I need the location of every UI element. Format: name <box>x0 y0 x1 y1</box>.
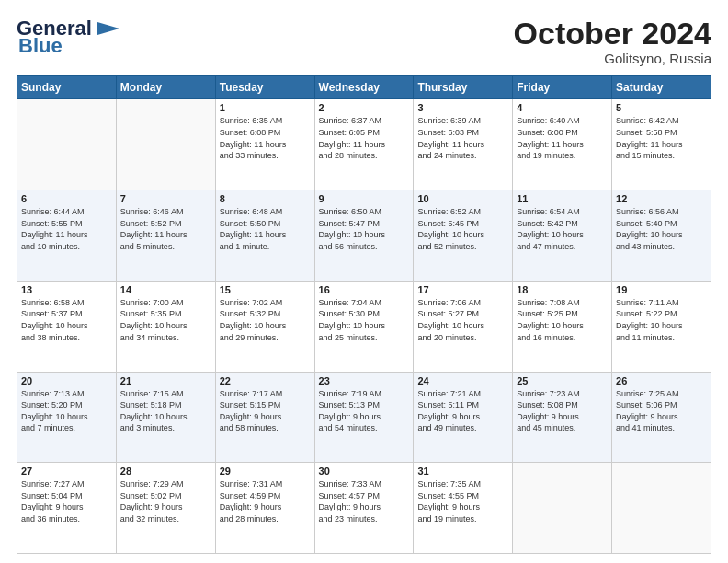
day-number: 10 <box>417 193 508 204</box>
day-detail: Sunrise: 7:21 AM Sunset: 5:11 PM Dayligh… <box>417 388 508 434</box>
day-detail: Sunrise: 7:35 AM Sunset: 4:55 PM Dayligh… <box>417 478 508 524</box>
day-number: 9 <box>319 193 410 204</box>
calendar-cell <box>17 99 117 190</box>
calendar-cell: 6Sunrise: 6:44 AM Sunset: 5:55 PM Daylig… <box>17 190 117 282</box>
calendar-cell: 25Sunrise: 7:23 AM Sunset: 5:08 PM Dayli… <box>513 372 612 463</box>
calendar-cell: 20Sunrise: 7:13 AM Sunset: 5:20 PM Dayli… <box>17 372 117 463</box>
calendar-cell: 16Sunrise: 7:04 AM Sunset: 5:30 PM Dayli… <box>314 281 414 372</box>
day-detail: Sunrise: 6:39 AM Sunset: 6:03 PM Dayligh… <box>417 115 508 161</box>
calendar-cell: 9Sunrise: 6:50 AM Sunset: 5:47 PM Daylig… <box>314 190 414 282</box>
day-number: 24 <box>417 375 508 386</box>
day-number: 18 <box>517 284 608 295</box>
calendar-cell: 28Sunrise: 7:29 AM Sunset: 5:02 PM Dayli… <box>116 463 215 554</box>
day-number: 17 <box>417 284 508 295</box>
calendar-cell: 13Sunrise: 6:58 AM Sunset: 5:37 PM Dayli… <box>17 281 117 372</box>
day-number: 21 <box>120 375 211 386</box>
day-number: 29 <box>220 465 311 477</box>
day-detail: Sunrise: 7:11 AM Sunset: 5:22 PM Dayligh… <box>616 297 707 343</box>
day-detail: Sunrise: 7:31 AM Sunset: 4:59 PM Dayligh… <box>220 478 311 524</box>
day-detail: Sunrise: 6:52 AM Sunset: 5:45 PM Dayligh… <box>417 206 508 252</box>
day-detail: Sunrise: 7:08 AM Sunset: 5:25 PM Dayligh… <box>517 297 608 343</box>
day-detail: Sunrise: 7:25 AM Sunset: 5:06 PM Dayligh… <box>616 388 707 434</box>
day-detail: Sunrise: 7:33 AM Sunset: 4:57 PM Dayligh… <box>319 478 410 524</box>
day-detail: Sunrise: 7:17 AM Sunset: 5:15 PM Dayligh… <box>220 388 311 434</box>
day-detail: Sunrise: 6:40 AM Sunset: 6:00 PM Dayligh… <box>517 115 608 161</box>
calendar-cell: 1Sunrise: 6:35 AM Sunset: 6:08 PM Daylig… <box>215 99 314 190</box>
weekday-header-wednesday: Wednesday <box>314 76 414 99</box>
day-number: 15 <box>220 284 311 295</box>
calendar-cell <box>513 463 612 554</box>
logo-blue: Blue <box>18 36 63 56</box>
day-detail: Sunrise: 6:42 AM Sunset: 5:58 PM Dayligh… <box>616 115 707 161</box>
calendar-cell: 5Sunrise: 6:42 AM Sunset: 5:58 PM Daylig… <box>612 99 711 190</box>
calendar-cell: 12Sunrise: 6:56 AM Sunset: 5:40 PM Dayli… <box>612 190 711 282</box>
day-detail: Sunrise: 6:35 AM Sunset: 6:08 PM Dayligh… <box>220 115 311 161</box>
header: General Blue October 2024 Golitsyno, Rus… <box>17 17 711 66</box>
weekday-header-saturday: Saturday <box>612 76 711 99</box>
day-detail: Sunrise: 6:56 AM Sunset: 5:40 PM Dayligh… <box>616 206 707 252</box>
weekday-header-thursday: Thursday <box>414 76 513 99</box>
calendar-cell: 10Sunrise: 6:52 AM Sunset: 5:45 PM Dayli… <box>414 190 513 282</box>
day-detail: Sunrise: 7:00 AM Sunset: 5:35 PM Dayligh… <box>120 297 211 343</box>
day-number: 4 <box>517 102 608 113</box>
day-number: 7 <box>120 193 211 204</box>
calendar-cell: 26Sunrise: 7:25 AM Sunset: 5:06 PM Dayli… <box>612 372 711 463</box>
location: Golitsyno, Russia <box>514 51 711 66</box>
day-detail: Sunrise: 6:58 AM Sunset: 5:37 PM Dayligh… <box>21 297 112 343</box>
day-detail: Sunrise: 7:29 AM Sunset: 5:02 PM Dayligh… <box>120 478 211 524</box>
day-number: 5 <box>616 102 707 113</box>
weekday-header-tuesday: Tuesday <box>215 76 314 99</box>
calendar-cell <box>116 99 215 190</box>
calendar-cell: 30Sunrise: 7:33 AM Sunset: 4:57 PM Dayli… <box>314 463 414 554</box>
calendar-cell: 2Sunrise: 6:37 AM Sunset: 6:05 PM Daylig… <box>314 99 414 190</box>
day-detail: Sunrise: 7:06 AM Sunset: 5:27 PM Dayligh… <box>417 297 508 343</box>
day-number: 31 <box>417 465 508 477</box>
calendar-table: SundayMondayTuesdayWednesdayThursdayFrid… <box>17 75 711 554</box>
calendar-cell: 21Sunrise: 7:15 AM Sunset: 5:18 PM Dayli… <box>116 372 215 463</box>
day-detail: Sunrise: 6:37 AM Sunset: 6:05 PM Dayligh… <box>319 115 410 161</box>
calendar-cell: 8Sunrise: 6:48 AM Sunset: 5:50 PM Daylig… <box>215 190 314 282</box>
day-detail: Sunrise: 6:54 AM Sunset: 5:42 PM Dayligh… <box>517 206 608 252</box>
day-detail: Sunrise: 7:02 AM Sunset: 5:32 PM Dayligh… <box>220 297 311 343</box>
calendar-cell: 31Sunrise: 7:35 AM Sunset: 4:55 PM Dayli… <box>414 463 513 554</box>
day-number: 12 <box>616 193 707 204</box>
svg-marker-0 <box>97 22 119 35</box>
day-number: 6 <box>21 193 112 204</box>
day-detail: Sunrise: 7:19 AM Sunset: 5:13 PM Dayligh… <box>319 388 410 434</box>
day-detail: Sunrise: 6:48 AM Sunset: 5:50 PM Dayligh… <box>220 206 311 252</box>
weekday-header-monday: Monday <box>116 76 215 99</box>
day-number: 3 <box>417 102 508 113</box>
day-detail: Sunrise: 7:13 AM Sunset: 5:20 PM Dayligh… <box>21 388 112 434</box>
day-detail: Sunrise: 7:27 AM Sunset: 5:04 PM Dayligh… <box>21 478 112 524</box>
day-detail: Sunrise: 6:50 AM Sunset: 5:47 PM Dayligh… <box>319 206 410 252</box>
day-number: 11 <box>517 193 608 204</box>
day-number: 23 <box>319 375 410 386</box>
day-number: 27 <box>21 465 112 477</box>
day-number: 14 <box>120 284 211 295</box>
calendar-cell: 27Sunrise: 7:27 AM Sunset: 5:04 PM Dayli… <box>17 463 117 554</box>
logo-arrow-icon <box>94 18 121 39</box>
day-detail: Sunrise: 6:46 AM Sunset: 5:52 PM Dayligh… <box>120 206 211 252</box>
weekday-header-sunday: Sunday <box>17 76 117 99</box>
calendar-cell: 24Sunrise: 7:21 AM Sunset: 5:11 PM Dayli… <box>414 372 513 463</box>
logo: General Blue <box>17 17 121 56</box>
day-number: 30 <box>319 465 410 477</box>
calendar-cell: 7Sunrise: 6:46 AM Sunset: 5:52 PM Daylig… <box>116 190 215 282</box>
calendar-cell <box>612 463 711 554</box>
day-number: 16 <box>319 284 410 295</box>
day-number: 13 <box>21 284 112 295</box>
calendar-cell: 17Sunrise: 7:06 AM Sunset: 5:27 PM Dayli… <box>414 281 513 372</box>
calendar-cell: 11Sunrise: 6:54 AM Sunset: 5:42 PM Dayli… <box>513 190 612 282</box>
month-year: October 2024 <box>514 17 711 51</box>
day-detail: Sunrise: 7:15 AM Sunset: 5:18 PM Dayligh… <box>120 388 211 434</box>
calendar-cell: 14Sunrise: 7:00 AM Sunset: 5:35 PM Dayli… <box>116 281 215 372</box>
day-number: 26 <box>616 375 707 386</box>
day-number: 22 <box>220 375 311 386</box>
title-block: October 2024 Golitsyno, Russia <box>514 17 711 66</box>
calendar-cell: 22Sunrise: 7:17 AM Sunset: 5:15 PM Dayli… <box>215 372 314 463</box>
day-detail: Sunrise: 7:23 AM Sunset: 5:08 PM Dayligh… <box>517 388 608 434</box>
weekday-header-friday: Friday <box>513 76 612 99</box>
calendar-cell: 15Sunrise: 7:02 AM Sunset: 5:32 PM Dayli… <box>215 281 314 372</box>
day-number: 2 <box>319 102 410 113</box>
day-number: 1 <box>220 102 311 113</box>
